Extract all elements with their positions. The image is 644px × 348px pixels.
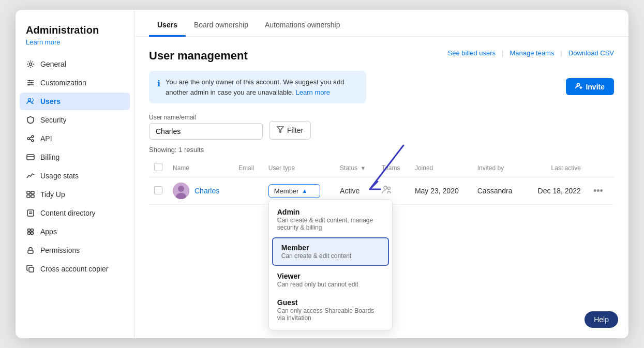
filter-label: User name/email [149, 114, 263, 121]
api-icon [26, 134, 35, 143]
page-header: User management See billed users | Manag… [149, 49, 614, 63]
svg-point-8 [27, 138, 29, 140]
svg-point-2 [29, 80, 31, 82]
sidebar-item-users[interactable]: Users [20, 93, 130, 110]
svg-point-22 [28, 229, 31, 232]
sidebar-item-customization-label: Customization [40, 79, 86, 87]
apps-icon [26, 227, 35, 236]
svg-point-24 [28, 232, 31, 235]
sidebar-item-content-directory[interactable]: Content directory [20, 204, 130, 222]
svg-point-10 [32, 140, 34, 142]
filter-icon [277, 126, 284, 135]
sidebar-item-general-label: General [40, 60, 66, 68]
dropdown-item-guest[interactable]: Guest Can only access Shareable Boards v… [269, 293, 392, 327]
sidebar: Administration Learn more General [16, 10, 134, 338]
sidebar-item-customization[interactable]: Customization [20, 74, 130, 92]
chart-icon [26, 171, 35, 180]
svg-point-33 [178, 186, 184, 192]
banner-learn-more-link[interactable]: Learn more [296, 88, 330, 96]
sidebar-item-apps-label: Apps [40, 228, 57, 236]
row-menu-button[interactable]: ••• [591, 185, 605, 197]
user-type-cell: Member ▲ Admin Can create & edit content… [263, 177, 335, 205]
tabs-bar: Users Board ownership Automations owners… [134, 10, 628, 37]
see-billed-users-link[interactable]: See billed users [448, 49, 496, 57]
svg-point-23 [31, 229, 34, 232]
banner-text: You are the only owner of this account. … [166, 77, 358, 97]
sidebar-item-permissions-label: Permissions [40, 246, 80, 254]
row-checkbox[interactable] [154, 186, 162, 194]
shield-icon [26, 115, 35, 125]
dropdown-item-admin[interactable]: Admin Can create & edit content, manage … [269, 203, 392, 236]
tab-users[interactable]: Users [149, 13, 186, 37]
download-csv-link[interactable]: Download CSV [568, 49, 614, 57]
dropdown-item-member[interactable]: Member Can create & edit content [272, 237, 389, 266]
user-name-link[interactable]: Charles [194, 187, 219, 195]
teams-icon [382, 187, 392, 197]
col-invited-by: Invited by [472, 159, 525, 177]
svg-point-9 [32, 135, 34, 138]
svg-rect-15 [27, 191, 30, 194]
user-type-dropdown: Member ▲ Admin Can create & edit content… [268, 184, 320, 198]
sidebar-item-usage-stats[interactable]: Usage stats [20, 167, 130, 185]
sidebar-item-permissions[interactable]: Permissions [20, 241, 130, 259]
header-actions: See billed users | Manage teams | Downlo… [448, 49, 614, 57]
invite-button[interactable]: Invite [566, 78, 614, 95]
svg-point-7 [28, 99, 31, 101]
user-type-button[interactable]: Member ▲ [268, 184, 320, 198]
sidebar-item-cross-account-copier-label: Cross account copier [40, 265, 109, 273]
manage-teams-link[interactable]: Manage teams [510, 49, 554, 57]
billing-icon [26, 153, 35, 162]
svg-point-36 [388, 187, 391, 189]
svg-point-0 [29, 63, 32, 66]
sidebar-item-billing[interactable]: Billing [20, 148, 130, 166]
svg-rect-13 [27, 155, 34, 160]
sidebar-item-cross-account-copier[interactable]: Cross account copier [20, 260, 130, 278]
filter-button[interactable]: Filter [269, 121, 311, 140]
user-type-dropdown-menu: Admin Can create & edit content, manage … [268, 199, 393, 330]
copy-icon [26, 264, 35, 274]
col-email: Email [233, 159, 263, 177]
sidebar-item-billing-label: Billing [40, 153, 59, 161]
content-area: User management See billed users | Manag… [134, 37, 628, 338]
sidebar-item-users-label: Users [40, 97, 61, 105]
user-email [233, 177, 263, 205]
select-all-checkbox[interactable] [154, 163, 162, 171]
sidebar-item-apps[interactable]: Apps [20, 223, 130, 240]
svg-line-11 [29, 137, 32, 138]
svg-rect-27 [29, 267, 34, 272]
svg-rect-26 [28, 250, 33, 253]
user-joined: May 23, 2020 [410, 177, 472, 205]
info-banner: ℹ You are the only owner of this account… [149, 71, 366, 103]
svg-rect-17 [27, 195, 30, 198]
sort-icon: ▼ [360, 165, 366, 171]
svg-line-12 [29, 139, 32, 140]
sidebar-title: Administration [16, 24, 134, 38]
col-joined: Joined [410, 159, 472, 177]
help-button[interactable]: Help [585, 311, 618, 328]
tab-automations-ownership[interactable]: Automations ownership [257, 13, 349, 37]
svg-rect-16 [31, 191, 34, 194]
sidebar-item-api[interactable]: API [20, 130, 130, 147]
chevron-up-icon: ▲ [302, 188, 307, 194]
dropdown-item-viewer[interactable]: Viewer Can read only but cannot edit [269, 267, 392, 293]
search-input[interactable] [149, 123, 263, 140]
sidebar-item-tidy-up[interactable]: Tidy Up [20, 186, 130, 203]
table-row: Charles Member ▲ [149, 177, 614, 205]
users-icon [26, 97, 35, 106]
svg-point-35 [384, 186, 387, 189]
sidebar-learn-more[interactable]: Learn more [16, 38, 134, 55]
tab-board-ownership[interactable]: Board ownership [186, 13, 257, 37]
app-window: Administration Learn more General [16, 10, 628, 338]
sidebar-item-security[interactable]: Security [20, 111, 130, 129]
filter-field: User name/email [149, 114, 263, 140]
invite-icon [575, 82, 582, 91]
results-count: Showing: 1 results [149, 146, 614, 154]
page-title: User management [149, 49, 248, 63]
svg-marker-28 [277, 127, 283, 132]
divider-1: | [502, 49, 503, 57]
user-invited-by: Cassandra [472, 177, 525, 205]
avatar [173, 183, 189, 199]
user-last-active: Dec 18, 2022 [525, 177, 586, 205]
main-content: Users Board ownership Automations owners… [134, 10, 628, 338]
sidebar-item-general[interactable]: General [20, 55, 130, 73]
